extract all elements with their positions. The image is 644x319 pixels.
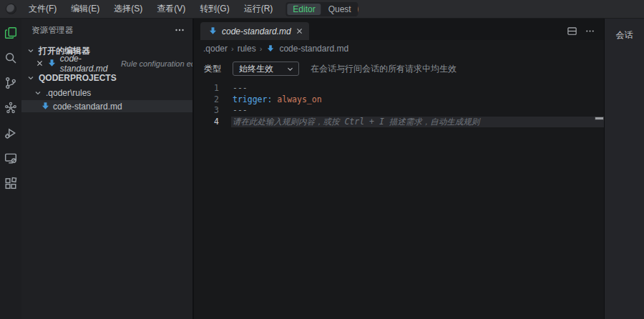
code-token: ---: [233, 105, 248, 115]
line-number: 1: [194, 83, 231, 94]
breadcrumb-folder[interactable]: rules: [238, 44, 256, 54]
editor-actions: [567, 26, 604, 40]
breadcrumb-separator: ›: [260, 44, 263, 53]
folder-path-label: .qoder\rules: [46, 88, 91, 98]
qoder-logo-icon: [6, 4, 16, 14]
activity-bar: [0, 19, 21, 319]
more-actions-icon[interactable]: [585, 26, 595, 36]
rule-type-value: 始终生效: [239, 63, 283, 75]
open-editor-description: Rule configuration editor: [121, 59, 192, 68]
menu-goto[interactable]: 转到(G): [194, 1, 235, 17]
source-control-icon[interactable]: [3, 75, 19, 91]
menu-edit[interactable]: 编辑(E): [65, 1, 105, 17]
placeholder-text: 请在此处输入规则内容，或按 Ctrl + I 描述需求，自动生成规则: [233, 117, 479, 127]
code-token: ---: [233, 83, 248, 93]
breadcrumb: .qoder › rules › code-standard.md: [194, 40, 604, 57]
close-icon[interactable]: [36, 59, 44, 69]
sidebar-header: 资源管理器: [21, 19, 192, 41]
rule-type-dropdown[interactable]: 始终生效: [233, 62, 299, 76]
project-section-header[interactable]: QODERPROJECTS: [21, 72, 192, 84]
rule-form-bar: 类型 始终生效 在会话与行间会话的所有请求中均生效: [194, 57, 604, 80]
rule-type-description: 在会话与行间会话的所有请求中均生效: [311, 63, 457, 75]
breadcrumb-folder[interactable]: .qoder: [203, 44, 228, 54]
open-editor-item[interactable]: code-standard.md Rule configuration edit…: [21, 57, 192, 69]
scrollbar-thumb[interactable]: [595, 117, 604, 120]
rule-file-icon: [208, 26, 218, 36]
menu-file[interactable]: 文件(F): [23, 1, 62, 17]
tree-filename-label: code-standard.md: [53, 102, 122, 112]
session-panel: 会话: [605, 19, 644, 319]
menu-run[interactable]: 运行(R): [238, 1, 279, 17]
chevron-down-icon: [26, 46, 36, 56]
line-number: 2: [194, 94, 231, 106]
code-line-3[interactable]: 3 ---: [194, 105, 604, 117]
tab-close-icon[interactable]: [296, 27, 303, 35]
mode-editor-button[interactable]: Editor: [287, 4, 321, 15]
menu-select[interactable]: 选择(S): [108, 1, 148, 17]
qoder-window: 文件(F) 编辑(E) 选择(S) 查看(V) 转到(G) 运行(R) 终端(T…: [0, 0, 644, 319]
breadcrumb-file[interactable]: code-standard.md: [279, 44, 348, 54]
tree-folder-rules[interactable]: .qoder\rules: [21, 87, 192, 99]
code-token: always_on: [272, 94, 321, 104]
rule-file-icon: [40, 102, 50, 112]
split-editor-icon[interactable]: [567, 26, 577, 36]
open-editor-filename: code-standard.md: [60, 54, 118, 74]
tab-label: code-standard.md: [222, 26, 291, 36]
mode-quest-button[interactable]: Quest: [323, 4, 357, 15]
chevron-down-icon: [26, 73, 36, 83]
code-line-1[interactable]: 1 ---: [194, 83, 604, 94]
chevron-down-icon: [286, 65, 294, 73]
tree-file-code-standard[interactable]: code-standard.md: [21, 100, 192, 112]
code-line-4-current[interactable]: 4 请在此处输入规则内容，或按 Ctrl + I 描述需求，自动生成规则: [194, 117, 604, 128]
editor-group: code-standard.md .qoder › rul: [194, 19, 605, 319]
breadcrumb-separator: ›: [231, 44, 234, 53]
title-bar: 文件(F) 编辑(E) 选择(S) 查看(V) 转到(G) 运行(R) 终端(T…: [0, 0, 644, 19]
sidebar-more-icon[interactable]: [174, 24, 185, 36]
mode-toggle: Editor Quest: [286, 2, 358, 16]
rule-file-icon: [265, 44, 275, 54]
code-line-2[interactable]: 2 trigger: always_on: [194, 94, 604, 106]
chevron-down-icon: [33, 88, 43, 98]
rule-file-icon: [47, 59, 57, 69]
code-editor[interactable]: 1 --- 2 trigger: always_on 3 --- 4 请在此处输…: [194, 80, 604, 319]
remote-monitor-icon[interactable]: [3, 150, 19, 166]
code-token: trigger:: [233, 94, 272, 104]
search-icon[interactable]: [3, 50, 19, 66]
tab-code-standard[interactable]: code-standard.md: [200, 22, 309, 40]
menu-view[interactable]: 查看(V): [151, 1, 191, 17]
project-name-label: QODERPROJECTS: [39, 73, 117, 83]
molecule-icon[interactable]: [3, 100, 19, 116]
session-panel-title[interactable]: 会话: [605, 19, 644, 41]
explorer-files-icon[interactable]: [3, 25, 19, 41]
tab-bar: code-standard.md: [194, 19, 604, 40]
line-number: 4: [194, 117, 231, 128]
extensions-icon[interactable]: [3, 175, 19, 191]
run-debug-icon[interactable]: [3, 125, 19, 141]
explorer-sidebar: 资源管理器 打开的编辑器 code-standard.md: [21, 19, 194, 319]
sidebar-title: 资源管理器: [31, 25, 174, 36]
line-number: 3: [194, 105, 231, 117]
rule-type-label: 类型: [204, 63, 221, 75]
